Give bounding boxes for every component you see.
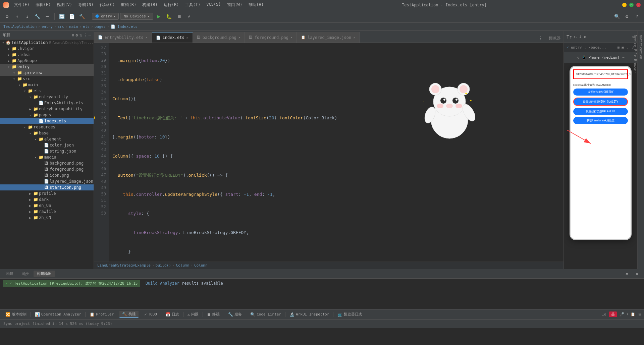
breadcrumb-main[interactable]: main xyxy=(69,24,78,29)
toolbar-nav-down-icon[interactable]: ↓ xyxy=(23,12,32,21)
menu-run[interactable]: 运行(R) xyxy=(161,1,182,8)
tree-main[interactable]: ▾ 📁 main xyxy=(0,82,94,88)
bottom-close-icon[interactable]: ✕ xyxy=(633,270,641,278)
toolbar-minus-icon[interactable]: ─ xyxy=(43,12,52,21)
breadcrumb-app[interactable]: TestApplication xyxy=(3,24,37,29)
bottom-settings-icon[interactable]: ⚙ xyxy=(623,270,631,278)
tree-entry[interactable]: ▾ 📁 entry xyxy=(0,64,94,70)
terminal-btn[interactable]: ⏹ 终端 xyxy=(204,311,222,318)
tree-hvigor[interactable]: ▶ 📁 .hvigor xyxy=(0,46,94,52)
service-btn[interactable]: 🔧 服务 xyxy=(225,311,245,318)
cb-build[interactable]: build() xyxy=(156,263,171,268)
profile-button[interactable]: ⚡ xyxy=(185,12,194,21)
sidebar-close-icon[interactable]: ─ xyxy=(89,33,91,38)
menu-help[interactable]: 帮助(H) xyxy=(246,1,266,8)
tree-layered-json[interactable]: 📄 layered_image.json xyxy=(0,178,94,184)
sidebar-options-icon[interactable]: ⋮ xyxy=(83,33,87,38)
preview-log-btn[interactable]: 📺 预览器日志 xyxy=(335,311,365,318)
tree-entryability[interactable]: ▾ 📁 entryability xyxy=(0,94,94,100)
menu-code[interactable]: 代码(C) xyxy=(97,1,118,8)
tree-entrybackup[interactable]: ▶ 📁 entrybackupability xyxy=(0,106,94,112)
preview-grid-icon[interactable]: ⊞ xyxy=(618,45,620,50)
breadcrumb-index[interactable]: 📄 Index.ets xyxy=(111,24,138,29)
tree-src[interactable]: ▾ 📁 src xyxy=(0,76,94,82)
toolbar-help-icon[interactable]: ? xyxy=(633,12,641,21)
tab-index-ets[interactable]: 📄 Index.ets ✕ xyxy=(152,32,193,43)
tab-entry-ability[interactable]: 📄 EntryAbility.ets ✕ xyxy=(94,32,152,43)
tab-foreground-png[interactable]: 🖼 foreground.png ✕ xyxy=(245,32,297,43)
tree-appscope[interactable]: ▶ 📁 AppScope xyxy=(0,58,94,64)
cb-column2[interactable]: Column xyxy=(194,263,208,268)
tree-string-json[interactable]: 📄 string.json xyxy=(0,148,94,154)
preview-device-more-icon[interactable]: ⋯ xyxy=(622,55,625,60)
toolbar-settings-icon[interactable]: ⚙ xyxy=(3,12,11,21)
breadcrumb-entry[interactable]: entry xyxy=(42,24,53,29)
tree-zh-cn[interactable]: ▶ 📁 zh_CN xyxy=(0,215,94,221)
tree-dark[interactable]: ▶ 📁 dark xyxy=(0,196,94,203)
tab-foreground-png-close[interactable]: ✕ xyxy=(290,36,292,39)
toolbar-build-icon[interactable]: 🔨 xyxy=(77,12,86,21)
preview-checkbox-icon[interactable]: ✓ xyxy=(567,45,569,50)
profiler-btn[interactable]: 📋 Profiler xyxy=(87,311,116,318)
toolbar-file-icon[interactable]: 📄 xyxy=(67,12,76,21)
menu-build[interactable]: 构建(B) xyxy=(140,1,160,8)
sidebar-expand-icon[interactable]: ⇅ xyxy=(79,33,82,38)
tab-layered-json-close[interactable]: ✕ xyxy=(353,36,355,39)
toolbar-settings2-icon[interactable]: ⚙ xyxy=(623,12,631,21)
toolbar-gear-icon[interactable]: 🔧 xyxy=(33,12,42,21)
sidebar-toggle-icon[interactable]: ⊞ xyxy=(72,33,74,38)
phone-btn-balanced[interactable]: 设置折行类型BALANCED xyxy=(573,108,628,115)
tree-entryability-file[interactable]: 📄 EntryAbility.ets xyxy=(0,100,94,106)
tree-media[interactable]: ▾ 📁 media xyxy=(0,154,94,160)
breadcrumb-pages[interactable]: pages xyxy=(95,24,106,29)
tree-color-json[interactable]: 📄 color.json xyxy=(0,142,94,148)
bottom-tab-sync[interactable]: 同步 xyxy=(18,271,32,277)
version-control-btn[interactable]: 🔀 版本控制 xyxy=(3,311,29,318)
tab-more-icon[interactable]: ⋮ xyxy=(536,34,545,43)
tab-layered-json[interactable]: 📋 layered_image.json ✕ xyxy=(297,32,360,43)
toolbar-search-icon[interactable]: 🔍 xyxy=(612,12,621,21)
tree-index-ets[interactable]: 📄 Index.ets xyxy=(0,118,94,124)
cb-column1[interactable]: Column xyxy=(176,263,190,268)
operation-analyzer-btn[interactable]: 📊 Operation Analyzer xyxy=(32,311,84,318)
tree-element[interactable]: ▾ 📁 element xyxy=(0,136,94,142)
bottom-tab-build[interactable]: 构建 xyxy=(3,271,17,277)
preview-settings-icon[interactable]: ⚙ xyxy=(584,35,586,39)
cb-example[interactable]: LineBreakStrategyExample xyxy=(97,263,151,268)
menu-edit[interactable]: 编辑(E) xyxy=(33,1,54,8)
bottom-tab-build-output[interactable]: 构建输出 xyxy=(34,271,55,277)
phone-btn-high-quality[interactable]: 设置折行类型HIGH_QUALITY xyxy=(573,98,628,106)
no-devices-selector[interactable]: No Devices ▾ xyxy=(120,13,153,20)
breadcrumb-ets[interactable]: ets xyxy=(83,24,90,29)
menu-file[interactable]: 文件(F) xyxy=(11,1,32,8)
toolbar-nav-up-icon[interactable]: ↑ xyxy=(13,12,21,21)
tree-profile[interactable]: ▶ 📁 profile xyxy=(0,190,94,196)
toolbar-sync-icon[interactable]: 🔄 xyxy=(57,12,66,21)
tree-root[interactable]: ▾ 🏠 TestApplication E:\nana\Desktop\Tes.… xyxy=(0,40,94,46)
maximize-button[interactable]: □ xyxy=(629,3,634,7)
tree-preview[interactable]: ▾ 📁 .preview xyxy=(0,70,94,76)
tree-en-us[interactable]: ▶ 📁 en_US xyxy=(0,203,94,209)
breadcrumb-src[interactable]: src xyxy=(58,24,64,29)
tab-entry-ability-close[interactable]: ✕ xyxy=(146,36,148,39)
phone-btn-get-linebreak[interactable]: 获取linebreak属性值 xyxy=(573,117,628,124)
log-btn[interactable]: 📅 日志 xyxy=(163,311,182,318)
sidebar-settings-icon[interactable]: ⚙ xyxy=(75,33,78,38)
menu-vcs[interactable]: VCS(S) xyxy=(204,1,223,8)
menu-tools[interactable]: 工具(T) xyxy=(182,1,203,8)
menu-window[interactable]: 窗口(W) xyxy=(224,1,245,8)
tree-idea[interactable]: ▶ 📁 .idea xyxy=(0,52,94,58)
stop-button[interactable]: ⏹ xyxy=(175,12,183,21)
build-btn[interactable]: 🔨 构建 xyxy=(119,311,139,318)
preview-options-icon[interactable]: ⋮ xyxy=(626,45,630,50)
tree-rawfile[interactable]: ▶ 📁 rawfile xyxy=(0,209,94,215)
build-analyzer-link[interactable]: Build Analyzer xyxy=(146,281,179,286)
code-content[interactable]: .margin({bottom:20}) .draggable(false) C… xyxy=(109,43,564,262)
tree-pages[interactable]: ▾ 📁 pages xyxy=(0,112,94,118)
tree-base[interactable]: ▾ 📁 base xyxy=(0,130,94,136)
preview-download-icon[interactable]: ⤓ xyxy=(579,35,582,39)
code-editor[interactable]: 27 28 29 30 31 32 33 34 35 36 37 38 39 4… xyxy=(94,43,564,262)
tab-background-png-close[interactable]: ✕ xyxy=(238,36,240,39)
preview-layout-icon[interactable]: ▣ xyxy=(622,45,624,50)
notification-tab[interactable]: Notification xyxy=(638,32,643,268)
